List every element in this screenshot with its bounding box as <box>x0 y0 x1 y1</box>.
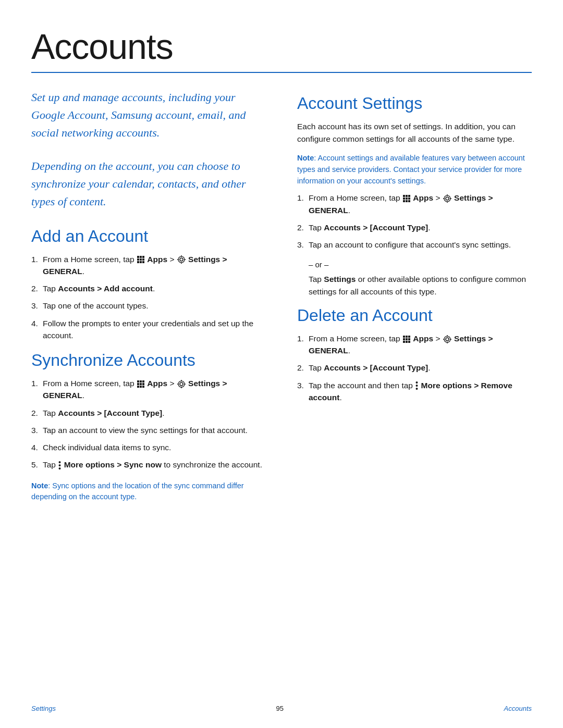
list-item: 3. Tap the account and then tap More opt… <box>297 379 532 404</box>
svg-rect-55 <box>406 341 408 343</box>
svg-rect-23 <box>142 386 144 388</box>
sync-accounts-heading: Synchronize Accounts <box>31 351 266 370</box>
svg-point-43 <box>444 195 450 202</box>
svg-rect-3 <box>137 258 139 261</box>
step4-sync-text: Check individual data items to sync. <box>43 443 171 452</box>
settings-icon2 <box>177 380 186 388</box>
list-item: 4. Follow the prompts to enter your cred… <box>31 317 266 342</box>
list-item: 2. Tap Accounts > [Account Type]. <box>297 362 532 374</box>
svg-point-58 <box>444 336 450 342</box>
list-item: 2. Tap Accounts > [Account Type]. <box>297 221 532 233</box>
svg-rect-54 <box>403 341 405 343</box>
svg-rect-49 <box>406 336 408 338</box>
footer-right: Accounts <box>504 705 532 712</box>
list-item: 3. Tap an account to view the sync setti… <box>31 424 266 436</box>
svg-point-42 <box>446 197 449 200</box>
accounts-type-label3: Accounts > [Account Type] <box>324 363 428 372</box>
list-item: 1. From a Home screen, tap Apps > <box>297 192 532 216</box>
right-column: Account Settings Each account has its ow… <box>297 89 532 508</box>
svg-rect-5 <box>142 258 144 261</box>
left-column: Set up and manage accounts, including yo… <box>31 89 266 508</box>
svg-rect-53 <box>408 338 410 340</box>
svg-rect-18 <box>137 383 139 385</box>
svg-point-30 <box>59 461 61 463</box>
list-item: 3. Tap one of the account types. <box>31 300 266 312</box>
settings-general-label4: Settings > GENERAL <box>309 334 493 355</box>
svg-rect-7 <box>140 261 142 263</box>
svg-rect-56 <box>408 341 410 343</box>
list-item: 2. Tap Accounts > [Account Type]. <box>31 407 266 419</box>
settings-general-label3: Settings > GENERAL <box>309 193 493 214</box>
svg-rect-15 <box>137 380 139 382</box>
svg-rect-0 <box>137 256 139 258</box>
svg-rect-34 <box>406 195 408 197</box>
svg-rect-35 <box>408 195 410 197</box>
list-item: 1. From a Home screen, tap Apps > <box>297 332 532 357</box>
svg-point-57 <box>446 338 449 341</box>
apps-icon3 <box>403 195 410 202</box>
svg-rect-17 <box>142 380 144 382</box>
svg-rect-50 <box>408 336 410 338</box>
page-footer: Settings 95 Accounts <box>0 705 563 712</box>
more-options-remove-label: More options > Remove account <box>309 381 512 402</box>
settings-icon <box>177 255 186 264</box>
svg-rect-19 <box>140 383 142 385</box>
svg-point-63 <box>416 381 418 384</box>
settings-general-label2: Settings > GENERAL <box>43 379 227 400</box>
intro-para2: Depending on the account, you can choose… <box>31 157 266 211</box>
svg-rect-16 <box>140 380 142 382</box>
sync-note: Note: Sync options and the location of t… <box>31 480 266 503</box>
step4-add-text: Follow the prompts to enter your credent… <box>43 319 253 340</box>
accounts-type-label2: Accounts > [Account Type] <box>324 223 428 232</box>
list-item: 5. Tap More options > Sync now to synchr… <box>31 459 266 471</box>
footer-left: Settings <box>31 705 56 712</box>
apps-label3: Apps <box>413 193 433 202</box>
add-account-steps: 1. From a Home screen, tap Apps > <box>31 253 266 342</box>
settings-icon3 <box>443 194 451 203</box>
more-options-label: More options > Sync now <box>64 460 162 469</box>
list-item: 4. Check individual data items to sync. <box>31 441 266 453</box>
svg-rect-33 <box>403 195 405 197</box>
sync-accounts-steps: 1. From a Home screen, tap Apps > <box>31 377 266 471</box>
or-divider: – or – <box>309 260 532 269</box>
account-settings-note: Note: Account settings and available fea… <box>297 153 532 187</box>
step3-add-text: Tap one of the account types. <box>43 301 149 310</box>
svg-rect-4 <box>140 258 142 261</box>
svg-rect-36 <box>403 198 405 200</box>
apps-label4: Apps <box>413 334 433 343</box>
settings-general-label: Settings > GENERAL <box>43 255 227 276</box>
accounts-add-label: Accounts > Add account <box>58 284 153 293</box>
svg-rect-8 <box>142 261 144 263</box>
svg-rect-52 <box>406 338 408 340</box>
svg-point-10 <box>178 256 185 263</box>
svg-rect-2 <box>142 256 144 258</box>
svg-rect-40 <box>406 200 408 202</box>
account-settings-heading: Account Settings <box>297 94 532 113</box>
list-item: 1. From a Home screen, tap Apps > <box>31 377 266 402</box>
apps-label: Apps <box>147 255 167 264</box>
svg-rect-6 <box>137 261 139 263</box>
apps-icon <box>137 380 144 388</box>
page-container: Accounts Set up and manage accounts, inc… <box>0 0 563 728</box>
svg-rect-20 <box>142 383 144 385</box>
settings-icon4 <box>443 335 451 343</box>
more-options-icon <box>58 461 61 470</box>
delete-account-heading: Delete an Account <box>297 306 532 325</box>
more-options-icon2 <box>415 381 418 390</box>
svg-rect-41 <box>408 200 410 202</box>
svg-point-31 <box>59 464 61 466</box>
svg-rect-51 <box>403 338 405 340</box>
svg-point-24 <box>180 382 183 386</box>
svg-rect-38 <box>408 198 410 200</box>
svg-rect-22 <box>140 386 142 388</box>
page-title: Accounts <box>31 26 532 67</box>
add-account-heading: Add an Account <box>31 227 266 246</box>
svg-point-64 <box>416 385 418 387</box>
intro-para1: Set up and manage accounts, including yo… <box>31 89 266 142</box>
list-item: 2. Tap Accounts > Add account. <box>31 282 266 294</box>
svg-rect-37 <box>406 198 408 200</box>
step3-sync-text: Tap an account to view the sync settings… <box>43 426 248 435</box>
account-settings-desc: Each account has its own set of settings… <box>297 120 532 145</box>
or-followup-text: Tap Settings or other available options … <box>309 273 532 298</box>
svg-point-25 <box>178 381 185 387</box>
